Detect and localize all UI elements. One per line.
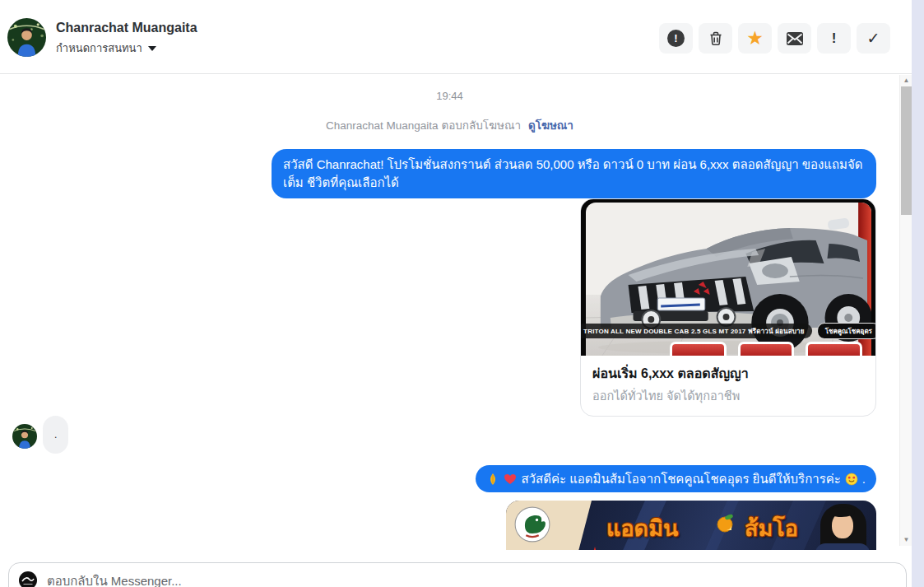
starburst-icon [587,547,603,550]
banner-admin-word: ส้มโอ [745,510,798,546]
admin-photo-jacket [815,543,870,550]
incoming-dot-bubble: . [43,416,68,454]
trash-icon [708,30,724,47]
scrollbar[interactable]: ▲ ▼ [899,75,912,546]
greeting-message-bubble: สวัสดีค่ะ แอดมินส้มโอจากโชคคูณโชคอุดร ยิ… [476,465,876,492]
ad-photo: TRITON ALL NEW DOUBLE CAB 2.5 GLS MT 201… [581,199,875,356]
pray-icon [486,473,499,486]
price-blocks-decor [670,342,862,356]
truck-spec-text: TRITON ALL NEW DOUBLE CAB 2.5 GLS MT 201… [580,324,812,338]
envelope-icon [787,32,803,45]
messenger-conversation-window: Chanrachat Muangaita กำหนดการสนทนา ! ★ [0,0,912,587]
mark-done-button[interactable]: ✓ [857,23,890,54]
follow-up-button[interactable]: ★ [738,23,772,54]
ad-card-footer: ผ่อนเริ่ม 6,xxx ตลอดสัญญา ออกได้ทั่วไทย … [581,356,875,416]
smiling-face-with-hearts-icon [845,473,858,486]
banner-admin-word: แอดมิน [606,510,678,546]
greeting-text: สวัสดีค่ะ แอดมินส้มโอจากโชคคูณโชคอุดร ยิ… [521,469,840,489]
reply-input[interactable] [45,573,896,587]
dealer-badge: โชคคูณโชคอุดร [817,323,876,339]
window-edge-strip [912,0,924,587]
ad-card[interactable]: TRITON ALL NEW DOUBLE CAB 2.5 GLS MT 201… [580,198,876,417]
mark-important-button[interactable]: ! [817,23,851,54]
admin-photo [801,501,876,550]
scroll-down-arrow[interactable]: ▼ [900,534,912,546]
reply-composer [8,562,907,587]
ad-context-action: ตอบกลับโฆษณา [441,119,521,132]
conversation-header: Chanrachat Muangaita กำหนดการสนทนา ! ★ [0,0,912,74]
heart-icon [504,473,517,486]
dealer-logo-icon [514,506,550,543]
schedule-dropdown-label: กำหนดการสนทนา [56,40,142,57]
contact-avatar-small [12,424,37,449]
view-ad-link[interactable]: ดูโฆษณา [528,119,573,132]
greeting-suffix: . [862,472,866,486]
star-icon: ★ [746,29,764,48]
chevron-down-icon [148,46,156,51]
ad-card-title: ผ่อนเริ่ม 6,xxx ตลอดสัญญา [592,363,864,384]
messenger-page-icon [19,571,37,587]
photo-caption: TRITON ALL NEW DOUBLE CAB 2.5 GLS MT 201… [580,323,876,339]
contact-avatar-small-image [12,424,37,449]
report-icon: ! [667,30,685,47]
delete-button[interactable] [699,23,732,54]
contact-avatar-image [7,18,46,57]
promo-message-bubble: สวัสดี Chanrachat! โปรโมชั่นสงกรานต์ ส่ว… [272,149,876,198]
scroll-thumb[interactable] [901,86,912,215]
schedule-dropdown[interactable]: กำหนดการสนทนา [56,40,156,57]
pomelo-icon [715,512,736,533]
exclamation-icon: ! [832,30,837,47]
ad-context-line: Chanrachat Muangaita ตอบกลับโฆษณา ดูโฆษณ… [0,116,899,134]
conversation-toolbar: ! ★ ! [659,23,890,54]
admin-photo-fringe [829,507,855,517]
mark-unread-button[interactable] [778,23,811,54]
contact-avatar[interactable] [7,18,46,57]
admin-banner-image[interactable]: แอดมิน ส้มโอ [506,501,876,550]
contact-name: Chanrachat Muangaita [56,21,197,35]
message-list: 19:44 Chanrachat Muangaita ตอบกลับโฆษณา … [0,75,899,550]
report-button[interactable]: ! [659,23,693,54]
timestamp: 19:44 [0,90,899,102]
check-icon: ✓ [867,29,880,48]
scroll-up-arrow[interactable]: ▲ [900,75,912,86]
ad-card-subtitle: ออกได้ทั่วไทย จัดได้ทุกอาชีพ [592,386,864,405]
ad-context-name: Chanrachat Muangaita [326,119,439,132]
